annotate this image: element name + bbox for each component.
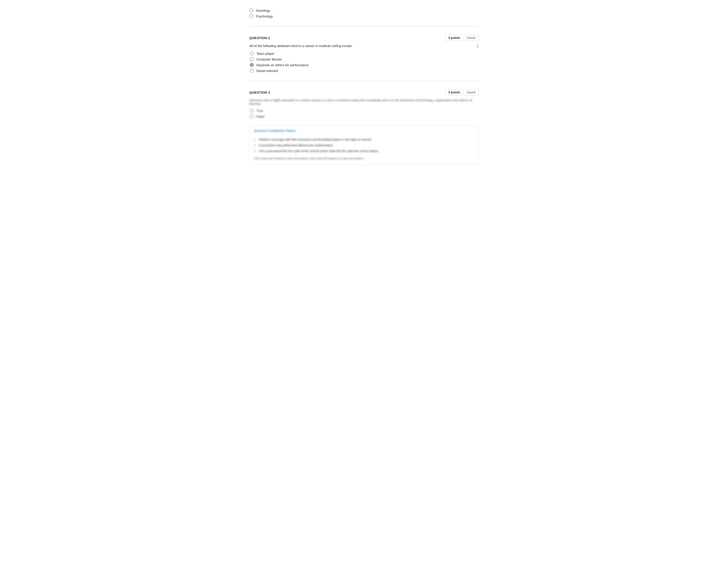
blurred-item-2: 2. A procedure was performed without pri… (254, 143, 474, 147)
option-detail-oriented-label: Detail-oriented (256, 69, 278, 73)
prev-option-psychology-label: Psychology (256, 14, 273, 18)
question-2-text: All of the following attributes lend to … (249, 44, 474, 48)
prev-option-sociology-label: Sociology (256, 9, 270, 12)
question-2-saved: Saved (463, 35, 479, 41)
blurred-bullet-3: 3. (254, 149, 257, 153)
option-true[interactable]: True (250, 109, 479, 113)
option-false-label: False (256, 115, 265, 118)
question-3-title: QUESTION 3 (249, 90, 270, 94)
prev-option-psychology[interactable]: Psychology (249, 14, 479, 18)
option-computer-literate[interactable]: Computer literate (250, 57, 479, 61)
footer-note: Click Save and Submit to save and submit… (254, 157, 474, 160)
option-detail-oriented[interactable]: Detail-oriented (250, 69, 479, 73)
option-true-label: True (256, 109, 263, 113)
question-3-saved: Saved (463, 89, 479, 95)
question-3-options: True False (250, 109, 479, 118)
sort-icon[interactable]: ▲ ▼ (477, 44, 479, 48)
radio-psychology[interactable] (249, 14, 253, 18)
blurred-text-3: The a procedural the the code of the con… (259, 149, 379, 153)
divider-2 (249, 81, 479, 81)
blurred-text-2: A procedure was performed without prior … (259, 143, 334, 147)
question-3-points: 5 points (445, 89, 463, 95)
radio-computer-literate[interactable] (250, 57, 254, 61)
page-wrapper: Sociology Psychology QUESTION 2 5 points… (243, 0, 485, 169)
option-computer-literate-label: Computer literate (256, 57, 282, 61)
radio-depends-on-others[interactable] (250, 63, 254, 67)
blurred-item-1: 1. Patient's coverage with their insuran… (254, 138, 474, 141)
question-3-text: Someone who is highly educated in a care… (249, 98, 479, 105)
sort-down-icon: ▼ (477, 46, 479, 48)
radio-sociology[interactable] (249, 8, 253, 12)
radio-false[interactable] (250, 114, 254, 118)
blurred-text-1: Patient's coverage with their insurance … (259, 138, 372, 141)
question-2-options: Team player Computer literate Depends on… (250, 51, 479, 73)
question-2-text-row: All of the following attributes lend to … (249, 44, 479, 48)
question-3-block: QUESTION 3 5 points Saved Someone who is… (249, 86, 479, 122)
divider-1 (249, 26, 479, 27)
prev-options-section: Sociology Psychology (249, 4, 479, 24)
blurred-bullet-1: 1. (254, 138, 257, 141)
radio-team-player[interactable] (250, 51, 254, 55)
question-3-meta: 5 points Saved (445, 89, 479, 95)
option-team-player-label: Team player (256, 52, 274, 55)
bottom-panel: Question Completion Status: 1. Patient's… (249, 125, 479, 165)
blurred-bullet-2: 2. (254, 143, 257, 147)
radio-detail-oriented[interactable] (250, 69, 254, 73)
completion-status-link[interactable]: Question Completion Status: (254, 129, 296, 132)
option-depends-on-others[interactable]: Depends on others for performance (250, 63, 479, 67)
question-2-header: QUESTION 2 5 points Saved (249, 35, 479, 41)
question-3-blurred-content: Someone who is highly educated in a care… (249, 98, 479, 118)
question-2-title: QUESTION 2 (249, 36, 270, 40)
bottom-panel-blurred: Question Completion Status: 1. Patient's… (254, 129, 474, 160)
blurred-item-3: 3. The a procedural the the code of the … (254, 149, 474, 153)
prev-option-sociology[interactable]: Sociology (249, 8, 479, 12)
option-false[interactable]: False (250, 114, 479, 118)
option-depends-on-others-label: Depends on others for performance (256, 63, 309, 67)
question-2-points: 5 points (445, 35, 463, 41)
option-team-player[interactable]: Team player (250, 51, 479, 55)
question-2-meta: 5 points Saved (445, 35, 479, 41)
question-3-header: QUESTION 3 5 points Saved (249, 89, 479, 95)
question-2-block: QUESTION 2 5 points Saved All of the fol… (249, 31, 479, 79)
radio-true[interactable] (250, 109, 254, 113)
